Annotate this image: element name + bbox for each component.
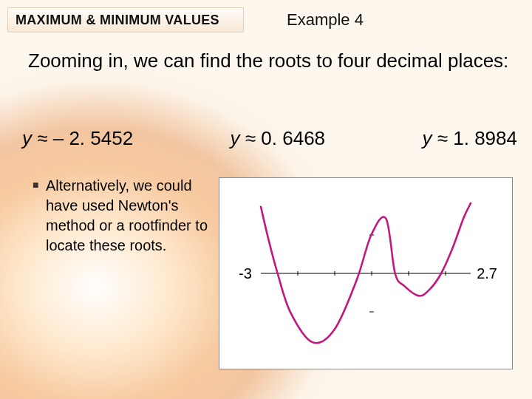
roots-row: y ≈ – 2. 5452 y ≈ 0. 6468 y ≈ 1. 8984 bbox=[22, 127, 517, 150]
root-3: y ≈ 1. 8984 bbox=[423, 127, 517, 150]
chart-svg bbox=[240, 194, 491, 352]
slide-title: MAXIMUM & MINIMUM VALUES bbox=[16, 13, 219, 28]
example-label: Example 4 bbox=[287, 10, 364, 30]
bullet-text: Alternatively, we could have used Newton… bbox=[46, 177, 208, 253]
bullet-marker-icon: ■ bbox=[33, 178, 38, 192]
body-line-1: Zooming in, we can find the roots to fou… bbox=[28, 46, 510, 75]
root-2: y ≈ 0. 6468 bbox=[231, 127, 325, 150]
chart-inner: -3 2.7 bbox=[240, 194, 491, 352]
bullet-block: ■ Alternatively, we could have used Newt… bbox=[46, 176, 208, 256]
root-1: y ≈ – 2. 5452 bbox=[22, 127, 133, 150]
body-text: Zooming in, we can find the roots to fou… bbox=[28, 46, 510, 75]
slide: MAXIMUM & MINIMUM VALUES Example 4 Zoomi… bbox=[0, 0, 532, 399]
title-bar: MAXIMUM & MINIMUM VALUES bbox=[7, 7, 244, 33]
chart-box: -3 2.7 bbox=[219, 177, 513, 369]
